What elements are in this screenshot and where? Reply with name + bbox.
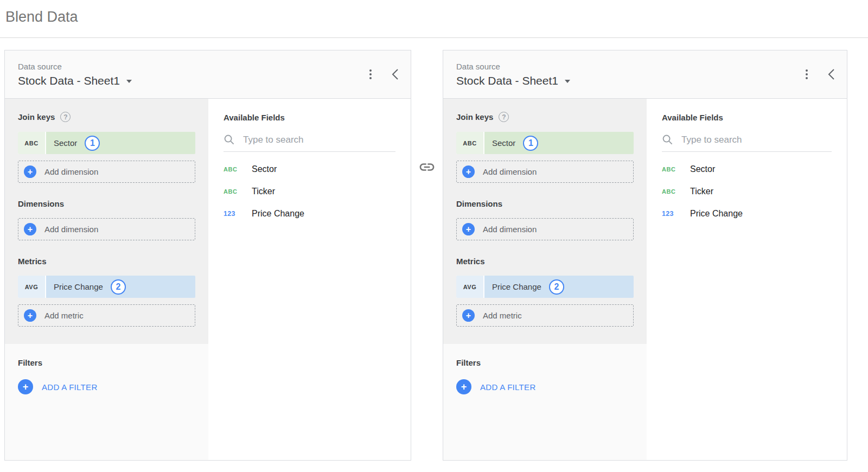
plus-icon: + [18,379,33,394]
field-type-icon: 123 [662,210,681,218]
add-join-key-button[interactable]: + Add dimension [456,161,634,183]
filters-section: Filters + ADD A FILTER [443,344,647,460]
plus-icon: + [24,309,36,322]
search-icon [224,134,235,145]
available-field-ticker[interactable]: ABC Ticker [224,187,395,196]
add-filter-button[interactable]: + ADD A FILTER [456,379,634,394]
more-options-icon[interactable] [367,67,374,81]
field-type-icon: ABC [662,188,681,195]
available-fields-panel: Available Fields ABC Sector ABC Ticker 1… [647,99,847,460]
panel-2-header: Data source Stock Data - Sheet1 [443,50,847,99]
annotation-badge-2: 2 [549,279,564,295]
metric-chip-price-change[interactable]: AVG Price Change 2 [456,276,634,298]
panel-2-config-top: Join keys ? ABC Sector 1 + Add dimension… [443,99,647,344]
dimensions-title: Dimensions [18,199,195,208]
panel-1-config-column: Join keys ? ABC Sector 1 + Add dimension… [5,99,208,460]
available-field-price-change[interactable]: 123 Price Change [662,209,832,219]
panel-1-header: Data source Stock Data - Sheet1 [5,50,411,99]
aggregation-label: AVG [456,276,484,298]
datasource-name: Stock Data - Sheet1 [18,74,120,87]
help-icon[interactable]: ? [499,112,509,122]
join-keys-title: Join keys [456,112,493,122]
field-search [224,134,395,152]
panel-1-datasource: Data source Stock Data - Sheet1 [18,62,132,87]
page-header: Blend Data [0,0,868,38]
datasource-selector[interactable]: Stock Data - Sheet1 [456,74,570,87]
field-type-icon: ABC [224,188,243,195]
help-icon[interactable]: ? [60,112,71,122]
available-field-sector[interactable]: ABC Sector [224,164,395,174]
data-source-panel-1: Data source Stock Data - Sheet1 Join key… [4,50,411,461]
add-metric-button[interactable]: + Add metric [456,304,634,327]
datasource-selector[interactable]: Stock Data - Sheet1 [18,74,132,87]
filters-title: Filters [456,358,634,367]
join-key-chip-sector[interactable]: ABC Sector 1 [456,132,634,154]
available-fields-title: Available Fields [662,113,832,122]
filters-section: Filters + ADD A FILTER [5,344,208,460]
plus-icon: + [462,223,475,235]
field-name-label: Sector [54,138,77,148]
field-name: Price Change [690,209,743,219]
datasource-label: Data source [18,62,132,71]
dimensions-title: Dimensions [456,199,634,208]
available-field-sector[interactable]: ABC Sector [662,164,832,174]
field-name-label: Price Change [54,282,103,291]
join-connector [411,50,443,176]
plus-icon: + [456,379,471,394]
field-name: Ticker [252,187,275,196]
available-field-ticker[interactable]: ABC Ticker [662,187,832,196]
collapse-panel-icon[interactable] [391,68,399,81]
blend-panels: Data source Stock Data - Sheet1 Join key… [0,38,868,461]
add-metric-button[interactable]: + Add metric [18,304,195,327]
available-fields-title: Available Fields [224,113,395,122]
panel-1-body: Join keys ? ABC Sector 1 + Add dimension… [5,99,411,460]
field-name: Sector [690,164,715,174]
collapse-panel-icon[interactable] [827,68,835,81]
chevron-down-icon [565,80,570,83]
join-keys-header: Join keys ? [456,112,634,122]
datasource-label: Data source [456,62,570,71]
field-type-icon: ABC [662,166,681,173]
field-name: Ticker [690,187,713,196]
search-input[interactable] [243,135,373,145]
field-name-label: Sector [492,138,515,148]
annotation-badge-2: 2 [111,279,126,295]
plus-icon: + [462,165,475,178]
field-type-label: ABC [18,132,46,154]
field-name: Sector [252,164,277,174]
panel-1-config-top: Join keys ? ABC Sector 1 + Add dimension… [5,99,208,344]
aggregation-label: AVG [18,276,46,298]
add-filter-label: ADD A FILTER [480,382,536,392]
add-filter-button[interactable]: + ADD A FILTER [18,379,195,394]
panel-1-header-icons [367,67,400,81]
metric-chip-price-change[interactable]: AVG Price Change 2 [18,276,195,298]
add-metric-label: Add metric [44,311,84,320]
add-join-key-button[interactable]: + Add dimension [18,161,195,183]
more-options-icon[interactable] [803,67,810,81]
field-type-icon: ABC [224,166,243,173]
add-dimension-label: Add dimension [483,225,537,234]
add-dimension-button[interactable]: + Add dimension [456,218,634,240]
available-field-price-change[interactable]: 123 Price Change [224,209,395,219]
field-search [662,134,832,152]
search-input[interactable] [681,135,812,145]
add-filter-label: ADD A FILTER [42,382,98,392]
field-name-label: Price Change [492,282,541,291]
add-dimension-button[interactable]: + Add dimension [18,218,195,240]
search-icon [662,134,673,145]
datasource-name: Stock Data - Sheet1 [456,74,558,87]
panel-2-datasource: Data source Stock Data - Sheet1 [456,62,570,87]
add-dimension-label: Add dimension [44,225,98,234]
join-keys-title: Join keys [18,112,55,122]
plus-icon: + [24,165,36,178]
join-key-chip-sector[interactable]: ABC Sector 1 [18,132,195,154]
data-source-panel-2: Data source Stock Data - Sheet1 Join key… [443,50,847,461]
panel-2-body: Join keys ? ABC Sector 1 + Add dimension… [443,99,847,460]
add-join-key-label: Add dimension [44,167,98,176]
available-fields-panel: Available Fields ABC Sector ABC Ticker 1… [208,99,411,460]
link-icon [418,158,436,176]
add-metric-label: Add metric [483,311,522,320]
field-type-icon: 123 [224,210,243,218]
page-title: Blend Data [5,9,868,25]
chevron-down-icon [126,80,132,83]
